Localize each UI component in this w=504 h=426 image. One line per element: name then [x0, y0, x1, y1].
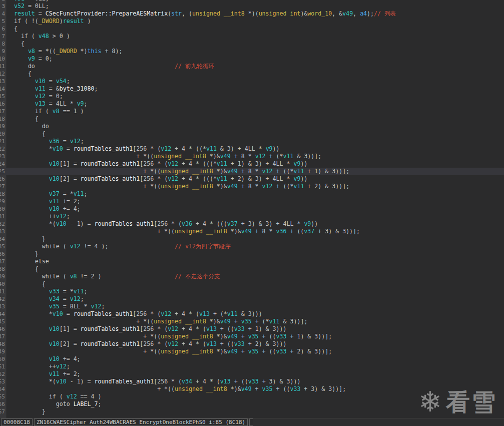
line-number: 38 — [0, 265, 7, 273]
code-line[interactable]: 26 v10[2] = roundTables_auth1[256 * (v12… — [0, 175, 504, 183]
line-number: 36 — [0, 250, 7, 258]
code-line[interactable]: 18 { — [0, 115, 504, 123]
code-line[interactable]: 48 v10[2] = roundTables_auth1[256 * (v12… — [0, 340, 504, 348]
line-number: 34 — [0, 235, 7, 243]
code-line[interactable]: 37 else — [0, 258, 504, 265]
code-text: v10[1] = roundTables_auth1[256 * (v12 + … — [7, 325, 287, 333]
code-line[interactable]: 7 if ( v48 > 0 ) — [0, 33, 504, 40]
code-line[interactable]: 41 v33 = *v11; — [0, 288, 504, 295]
code-line[interactable]: 12 { — [0, 70, 504, 78]
code-line[interactable]: 45 + *((unsigned __int8 *)&v49 + v35 + (… — [0, 318, 504, 325]
code-text: v52 = 0LL; — [7, 3, 49, 10]
code-line[interactable]: 32 *(v10 - 1) = roundTables_auth1[256 * … — [0, 220, 504, 228]
code-text: v37 = *v11; — [7, 190, 88, 198]
code-text: { — [7, 130, 46, 138]
code-text: + *((unsigned __int8 *)&v49 + 8 * v12 + … — [7, 183, 349, 190]
code-line[interactable]: 13 v10 = v54; — [0, 78, 504, 85]
line-number: 56 — [0, 400, 7, 408]
code-view: 2 v51 = 0LL;3 v52 = 0LL;4 result = CSecF… — [0, 0, 504, 415]
code-line[interactable]: 30 v10 += 4; — [0, 205, 504, 213]
code-line[interactable]: 5 if ( !(_DWORD)result ) — [0, 18, 504, 25]
comment: // v12为四字节段序 — [175, 243, 230, 250]
line-number: 21 — [0, 138, 7, 145]
code-line[interactable]: 46 v10[1] = roundTables_auth1[256 * (v12… — [0, 325, 504, 333]
code-text: do // 前九轮循环 — [7, 63, 214, 70]
code-line[interactable]: 28 v37 = *v11; — [0, 190, 504, 198]
line-number: 51 — [0, 363, 7, 370]
code-text: + *((unsigned __int8 *)&v49 + v35 + (*v1… — [7, 318, 307, 325]
code-line[interactable]: 14 v11 = &byte_31080; — [0, 85, 504, 93]
code-line[interactable]: 49 + *((unsigned __int8 *)&v49 + v35 + (… — [0, 348, 504, 355]
code-line[interactable]: 25 + *((unsigned __int8 *)&v49 + 8 * v12… — [0, 168, 504, 175]
code-line[interactable]: 36 } — [0, 250, 504, 258]
line-number: 25 — [0, 168, 7, 175]
code-line[interactable]: 6 { — [0, 25, 504, 33]
code-line[interactable]: 11 do // 前九轮循环 — [0, 63, 504, 70]
line-number: 35 — [0, 243, 7, 250]
line-number: 48 — [0, 340, 7, 348]
code-text: } — [7, 235, 46, 243]
code-line[interactable]: 9 v8 = *((_DWORD *)this + 8); — [0, 48, 504, 55]
code-line[interactable]: 20 { — [0, 130, 504, 138]
kanxue-watermark: ❄ 看雪 — [418, 388, 497, 416]
code-line[interactable]: 15 v12 = 0; — [0, 93, 504, 100]
code-text: *v10 = roundTables_auth1[256 * (v12 + 4 … — [7, 145, 280, 153]
code-line[interactable]: 29 v11 += 2; — [0, 198, 504, 205]
line-number: 42 — [0, 295, 7, 303]
code-line[interactable]: 38 { — [0, 265, 504, 273]
code-line[interactable]: 42 v34 = v12; — [0, 295, 504, 303]
status-spacer — [249, 418, 253, 426]
code-line[interactable]: 35 while ( v12 != 4 ); // v12为四字节段序 — [0, 243, 504, 250]
code-line[interactable]: 23 + *((unsigned __int8 *)&v49 + 8 * v12… — [0, 153, 504, 160]
comment: // 列表 — [374, 10, 396, 17]
code-text: else — [7, 258, 49, 265]
line-number: 24 — [0, 160, 7, 168]
code-text: if ( v12 == 4 ) — [7, 393, 102, 400]
code-text: v33 = *v11; — [7, 288, 88, 295]
code-line[interactable]: 52 v11 += 2; — [0, 370, 504, 378]
code-text: v9 = 0; — [7, 55, 53, 63]
line-number: 44 — [0, 310, 7, 318]
line-number: 15 — [0, 93, 7, 100]
code-text: v10 += 4; — [7, 355, 81, 363]
line-number: 17 — [0, 108, 7, 115]
code-line[interactable]: 8 { — [0, 40, 504, 48]
code-line[interactable]: 33 + *((unsigned __int8 *)&v49 + 8 * v36… — [0, 228, 504, 235]
code-line[interactable]: 40 { — [0, 280, 504, 288]
code-line[interactable]: 34 } — [0, 235, 504, 243]
code-line[interactable]: 39 while ( v8 != 2 ) // 不走这个分支 — [0, 273, 504, 280]
code-text: v36 = v12; — [7, 138, 84, 145]
line-number: 12 — [0, 70, 7, 78]
line-number: 28 — [0, 190, 7, 198]
line-number: 41 — [0, 288, 7, 295]
code-line[interactable]: 44 *v10 = roundTables_auth1[256 * (v12 +… — [0, 310, 504, 318]
code-text: v13 = 4LL * v9; — [7, 100, 88, 108]
code-line[interactable]: 22 *v10 = roundTables_auth1[256 * (v12 +… — [0, 145, 504, 153]
comment: // 前九轮循环 — [175, 63, 214, 70]
code-line[interactable]: 21 v36 = v12; — [0, 138, 504, 145]
code-text: v11 = &byte_31080; — [7, 85, 98, 93]
code-line[interactable]: 3 v52 = 0LL; — [0, 3, 504, 10]
code-line[interactable]: 53 *(v10 - 1) = roundTables_auth1[256 * … — [0, 378, 504, 385]
code-line[interactable]: 4 result = CSecFunctProvider::PrepareAES… — [0, 10, 504, 18]
code-text: v10[2] = roundTables_auth1[256 * (v12 + … — [7, 175, 307, 183]
code-text: *(v10 - 1) = roundTables_auth1[256 * (v3… — [7, 220, 318, 228]
code-line[interactable]: 10 v9 = 0; — [0, 55, 504, 63]
code-line[interactable]: 47 + *((unsigned __int8 *)&v49 + v35 + (… — [0, 333, 504, 340]
code-line[interactable]: 50 v10 += 4; — [0, 355, 504, 363]
code-line[interactable]: 51 ++v12; — [0, 363, 504, 370]
code-line[interactable]: 24 v10[1] = roundTables_auth1[256 * (v12… — [0, 160, 504, 168]
code-line[interactable]: 16 v13 = 4LL * v9; — [0, 100, 504, 108]
line-number: 40 — [0, 280, 7, 288]
code-line[interactable]: 31 ++v12; — [0, 213, 504, 220]
line-number: 47 — [0, 333, 7, 340]
code-line[interactable]: 27 + *((unsigned __int8 *)&v49 + 8 * v12… — [0, 183, 504, 190]
code-text: { — [7, 25, 18, 33]
line-number: 6 — [0, 25, 7, 33]
code-line[interactable]: 17 if ( v8 == 1 ) — [0, 108, 504, 115]
code-line[interactable]: 43 v35 = 8LL * v12; — [0, 303, 504, 310]
code-line[interactable]: 19 do — [0, 123, 504, 130]
line-number: 16 — [0, 100, 7, 108]
line-number: 33 — [0, 228, 7, 235]
code-text: { — [7, 265, 39, 273]
